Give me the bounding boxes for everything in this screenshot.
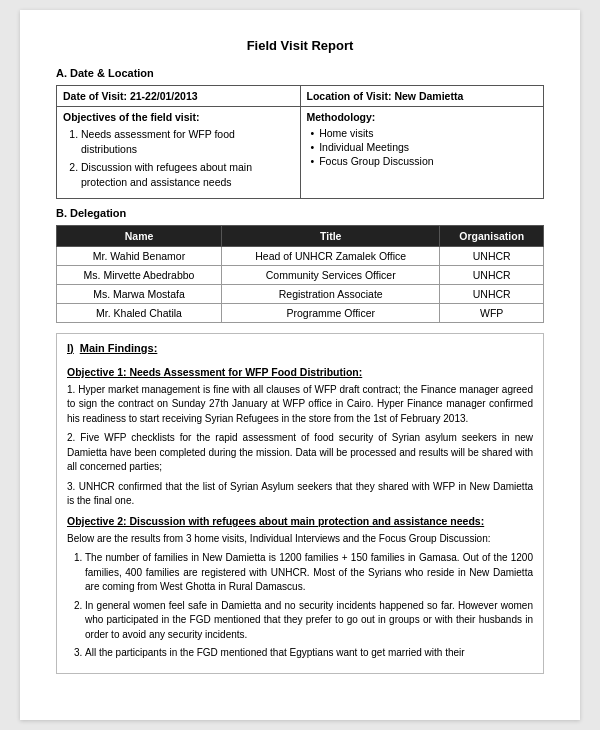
findings-section: I) Main Findings: Objective 1: Needs Ass… [56, 333, 544, 674]
objectives-list: Needs assessment for WFP food distributi… [63, 127, 294, 190]
location-label: Location of Visit: New Damietta [300, 86, 544, 107]
table-cell-title: Head of UNHCR Zamalek Office [222, 246, 440, 265]
list-item: Needs assessment for WFP food distributi… [81, 127, 294, 156]
table-cell-org: UNHCR [440, 284, 544, 303]
list-item: The number of families in New Damietta i… [85, 551, 533, 595]
obj2-title: Objective 2: Discussion with refugees ab… [67, 515, 533, 527]
table-row: Ms. Marwa MostafaRegistration AssociateU… [57, 284, 544, 303]
date-label: Date of Visit: 21-22/01/2013 [57, 86, 301, 107]
table-cell-title: Programme Officer [222, 303, 440, 322]
section-b-heading: B. Delegation [56, 207, 544, 219]
list-item: Focus Group Discussion [311, 155, 538, 167]
list-item: Home visits [311, 127, 538, 139]
obj1-title: Objective 1: Needs Assessment for WFP Fo… [67, 366, 533, 378]
objectives-cell: Objectives of the field visit: Needs ass… [57, 107, 301, 199]
obj1-para3: 3. UNHCR confirmed that the list of Syri… [67, 480, 533, 509]
table-row: Mr. Wahid BenamorHead of UNHCR Zamalek O… [57, 246, 544, 265]
methodology-list: Home visits Individual Meetings Focus Gr… [307, 127, 538, 167]
obj1-para2: 2. Five WFP checklists for the rapid ass… [67, 431, 533, 475]
table-cell-name: Mr. Wahid Benamor [57, 246, 222, 265]
page-title: Field Visit Report [56, 38, 544, 53]
table-cell-org: UNHCR [440, 265, 544, 284]
list-item: Individual Meetings [311, 141, 538, 153]
objectives-header: Objectives of the field visit: [63, 111, 294, 123]
document-page: Field Visit Report A. Date & Location Da… [20, 10, 580, 720]
list-item: In general women feel safe in Damietta a… [85, 599, 533, 643]
table-row: Ms. Mirvette AbedrabboCommunity Services… [57, 265, 544, 284]
col-name: Name [57, 225, 222, 246]
table-cell-title: Community Services Officer [222, 265, 440, 284]
methodology-cell: Methodology: Home visits Individual Meet… [300, 107, 544, 199]
obj1-para1: 1. Hyper market management is fine with … [67, 383, 533, 427]
table-cell-name: Ms. Marwa Mostafa [57, 284, 222, 303]
section-a-heading: A. Date & Location [56, 67, 544, 79]
delegation-table: Name Title Organisation Mr. Wahid Benamo… [56, 225, 544, 323]
table-cell-org: WFP [440, 303, 544, 322]
col-org: Organisation [440, 225, 544, 246]
section-i-heading: I) [67, 342, 74, 354]
obj2-intro: Below are the results from 3 home visits… [67, 532, 533, 547]
table-cell-name: Ms. Mirvette Abedrabbo [57, 265, 222, 284]
col-title: Title [222, 225, 440, 246]
date-location-table: Date of Visit: 21-22/01/2013 Location of… [56, 85, 544, 199]
obj2-list: The number of families in New Damietta i… [67, 551, 533, 661]
table-cell-org: UNHCR [440, 246, 544, 265]
methodology-header: Methodology: [307, 111, 538, 123]
table-cell-name: Mr. Khaled Chatila [57, 303, 222, 322]
findings-title: Main Findings: [80, 342, 158, 354]
table-cell-title: Registration Associate [222, 284, 440, 303]
list-item: All the participants in the FGD mentione… [85, 646, 533, 661]
list-item: Discussion with refugees about main prot… [81, 160, 294, 189]
section-b: B. Delegation Name Title Organisation Mr… [56, 207, 544, 323]
table-row: Mr. Khaled ChatilaProgramme OfficerWFP [57, 303, 544, 322]
